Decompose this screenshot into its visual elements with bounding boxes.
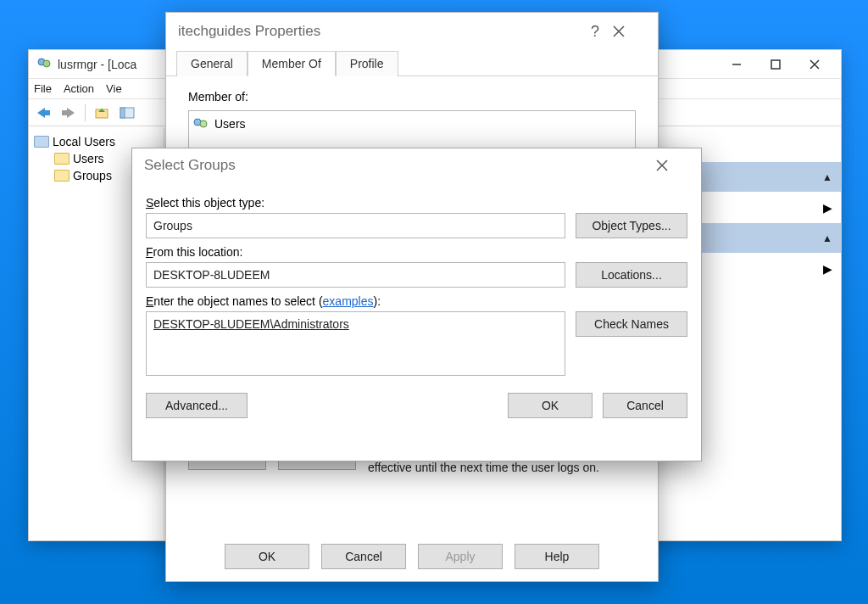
- apply-button: Apply: [418, 544, 503, 569]
- ok-button-label: OK: [542, 399, 559, 412]
- from-location-label: From this location:: [146, 245, 687, 259]
- collapse-icon: ▲: [822, 232, 832, 244]
- group-icon: [192, 117, 209, 131]
- chevron-right-icon: ▶: [823, 201, 832, 215]
- svg-rect-11: [120, 108, 125, 118]
- toolbar-separator: [85, 104, 86, 121]
- menu-action[interactable]: Action: [64, 82, 94, 95]
- member-of-label: Member of:: [188, 90, 636, 103]
- menu-view[interactable]: Vie: [106, 82, 122, 95]
- check-names-button[interactable]: Check Names: [576, 311, 687, 337]
- object-type-label: Select this object type:: [146, 196, 687, 210]
- folder-icon: [54, 153, 70, 165]
- help-button[interactable]: Help: [515, 544, 599, 569]
- ok-button[interactable]: OK: [225, 544, 309, 569]
- forward-icon[interactable]: [58, 103, 80, 123]
- list-item-label: Users: [214, 117, 246, 131]
- minimize-button[interactable]: [717, 52, 756, 77]
- users-groups-icon: [34, 136, 49, 148]
- advanced-button[interactable]: Advanced...: [146, 393, 248, 418]
- svg-point-15: [200, 120, 207, 127]
- back-icon[interactable]: [32, 103, 54, 123]
- cancel-button-label: Cancel: [345, 550, 382, 563]
- object-type-field: Groups: [146, 213, 565, 238]
- apply-button-label: Apply: [445, 550, 475, 563]
- ok-button-label: OK: [259, 550, 275, 563]
- examples-link[interactable]: examples: [323, 294, 374, 308]
- svg-marker-7: [62, 108, 75, 118]
- select-groups-body: Select this object type: Groups Object T…: [132, 182, 701, 461]
- advanced-button-label: Advanced...: [165, 399, 228, 412]
- locations-button-label: Locations...: [601, 268, 662, 282]
- properties-panel-icon[interactable]: [116, 103, 138, 123]
- lusrmgr-window-controls: [717, 52, 834, 77]
- lusrmgr-app-icon: [36, 56, 53, 73]
- folder-icon: [54, 170, 70, 182]
- object-names-value: DESKTOP-8LUDEEM\Administrators: [153, 317, 349, 331]
- object-types-button-label: Object Types...: [592, 219, 670, 232]
- object-types-button[interactable]: Object Types...: [576, 213, 687, 238]
- locations-button[interactable]: Locations...: [576, 262, 687, 288]
- select-groups-title: Select Groups: [144, 157, 655, 174]
- object-type-value: Groups: [153, 219, 192, 232]
- tree-users-label: Users: [73, 152, 104, 165]
- select-groups-dialog: Select Groups Select this object type: G…: [131, 148, 702, 461]
- cancel-button[interactable]: Cancel: [321, 544, 406, 569]
- tab-member-of[interactable]: Member Of: [248, 51, 336, 76]
- tree-groups-label: Groups: [73, 169, 112, 182]
- cancel-button-label: Cancel: [626, 399, 664, 412]
- close-button[interactable]: [795, 52, 834, 77]
- maximize-button[interactable]: [756, 52, 795, 77]
- ok-button[interactable]: OK: [508, 393, 593, 418]
- chevron-right-icon: ▶: [823, 262, 832, 276]
- properties-titlebar[interactable]: itechguides Properties ?: [166, 13, 658, 50]
- properties-tabstrip: General Member Of Profile: [166, 50, 658, 76]
- tab-profile[interactable]: Profile: [336, 51, 398, 76]
- collapse-icon: ▲: [822, 171, 832, 183]
- object-names-input[interactable]: DESKTOP-8LUDEEM\Administrators: [146, 311, 565, 376]
- menu-file[interactable]: File: [34, 82, 52, 95]
- check-names-button-label: Check Names: [594, 317, 669, 331]
- select-groups-titlebar[interactable]: Select Groups: [132, 148, 701, 182]
- tree-root-label: Local Users: [53, 135, 115, 148]
- help-icon[interactable]: ?: [578, 23, 612, 41]
- properties-button-row: OK Cancel Apply Help: [166, 535, 658, 581]
- tab-general[interactable]: General: [176, 51, 248, 76]
- svg-marker-6: [37, 108, 50, 118]
- svg-point-1: [43, 60, 50, 67]
- object-names-label: Enter the object names to select (exampl…: [146, 294, 687, 308]
- help-button-label: Help: [545, 550, 570, 563]
- close-icon[interactable]: [612, 25, 646, 38]
- up-folder-icon[interactable]: [91, 103, 113, 123]
- close-icon[interactable]: [655, 159, 689, 172]
- cancel-button[interactable]: Cancel: [603, 393, 687, 418]
- location-field: DESKTOP-8LUDEEM: [146, 262, 565, 288]
- properties-title: itechguides Properties: [178, 23, 578, 40]
- svg-rect-3: [771, 60, 780, 69]
- location-value: DESKTOP-8LUDEEM: [153, 268, 270, 282]
- list-item[interactable]: Users: [192, 115, 632, 133]
